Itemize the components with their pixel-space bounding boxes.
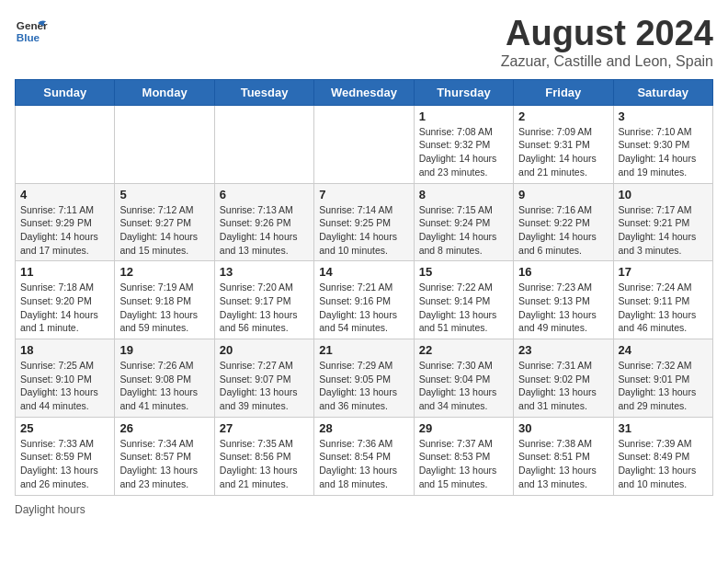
day-info: Sunrise: 7:08 AMSunset: 9:32 PMDaylight:… [419, 125, 508, 179]
calendar-cell: 18Sunrise: 7:25 AMSunset: 9:10 PMDayligh… [16, 339, 115, 418]
day-info: Sunrise: 7:35 AMSunset: 8:56 PMDaylight:… [220, 437, 309, 491]
day-info: Sunrise: 7:21 AMSunset: 9:16 PMDaylight:… [319, 281, 408, 335]
day-info: Sunrise: 7:09 AMSunset: 9:31 PMDaylight:… [518, 125, 608, 179]
day-info: Sunrise: 7:17 AMSunset: 9:21 PMDaylight:… [619, 203, 708, 258]
calendar-cell: 5Sunrise: 7:12 AMSunset: 9:27 PMDaylight… [115, 183, 214, 261]
calendar-cell: 7Sunrise: 7:14 AMSunset: 9:25 PMDaylight… [314, 183, 414, 261]
day-number: 20 [220, 343, 309, 357]
day-info: Sunrise: 7:23 AMSunset: 9:13 PMDaylight:… [518, 281, 608, 335]
day-header-tuesday: Tuesday [214, 79, 313, 105]
day-number: 30 [518, 421, 608, 435]
day-number: 26 [119, 421, 209, 435]
day-number: 29 [419, 421, 508, 435]
day-header-sunday: Sunday [16, 79, 115, 105]
day-number: 14 [319, 265, 408, 279]
page-header: General Blue August 2024 Zazuar, Castill… [15, 15, 713, 70]
calendar-cell: 10Sunrise: 7:17 AMSunset: 9:21 PMDayligh… [613, 183, 712, 261]
calendar-cell: 4Sunrise: 7:11 AMSunset: 9:29 PMDaylight… [16, 183, 115, 261]
day-number: 6 [220, 188, 309, 201]
day-number: 1 [419, 109, 508, 123]
page-subtitle: Zazuar, Castille and Leon, Spain [501, 53, 713, 70]
calendar-body: 1Sunrise: 7:08 AMSunset: 9:32 PMDaylight… [16, 105, 713, 495]
day-info: Sunrise: 7:12 AMSunset: 9:27 PMDaylight:… [119, 203, 209, 258]
day-info: Sunrise: 7:25 AMSunset: 9:10 PMDaylight:… [20, 359, 109, 413]
calendar-cell: 11Sunrise: 7:18 AMSunset: 9:20 PMDayligh… [16, 261, 115, 339]
calendar-cell: 12Sunrise: 7:19 AMSunset: 9:18 PMDayligh… [115, 261, 214, 339]
day-info: Sunrise: 7:11 AMSunset: 9:29 PMDaylight:… [20, 203, 109, 258]
calendar-week-2: 4Sunrise: 7:11 AMSunset: 9:29 PMDaylight… [16, 183, 713, 261]
day-info: Sunrise: 7:36 AMSunset: 8:54 PMDaylight:… [319, 437, 408, 491]
day-info: Sunrise: 7:38 AMSunset: 8:51 PMDaylight:… [518, 437, 608, 491]
day-number: 3 [619, 109, 708, 123]
calendar-cell: 29Sunrise: 7:37 AMSunset: 8:53 PMDayligh… [414, 417, 513, 495]
calendar-cell: 26Sunrise: 7:34 AMSunset: 8:57 PMDayligh… [115, 417, 214, 495]
day-number: 8 [419, 188, 508, 201]
day-info: Sunrise: 7:32 AMSunset: 9:01 PMDaylight:… [619, 359, 708, 413]
calendar-week-5: 25Sunrise: 7:33 AMSunset: 8:59 PMDayligh… [16, 417, 713, 495]
calendar-cell: 8Sunrise: 7:15 AMSunset: 9:24 PMDaylight… [414, 183, 513, 261]
calendar-cell: 20Sunrise: 7:27 AMSunset: 9:07 PMDayligh… [214, 339, 313, 418]
day-info: Sunrise: 7:14 AMSunset: 9:25 PMDaylight:… [319, 203, 408, 258]
calendar-cell: 28Sunrise: 7:36 AMSunset: 8:54 PMDayligh… [314, 417, 414, 495]
calendar-cell: 19Sunrise: 7:26 AMSunset: 9:08 PMDayligh… [115, 339, 214, 418]
calendar-cell: 2Sunrise: 7:09 AMSunset: 9:31 PMDaylight… [514, 105, 613, 183]
day-info: Sunrise: 7:34 AMSunset: 8:57 PMDaylight:… [119, 437, 209, 491]
calendar-week-4: 18Sunrise: 7:25 AMSunset: 9:10 PMDayligh… [16, 339, 713, 418]
calendar-cell: 14Sunrise: 7:21 AMSunset: 9:16 PMDayligh… [314, 261, 414, 339]
day-number: 4 [20, 188, 109, 201]
day-number: 19 [119, 343, 209, 357]
day-header-monday: Monday [115, 79, 214, 105]
day-info: Sunrise: 7:37 AMSunset: 8:53 PMDaylight:… [419, 437, 508, 491]
calendar-table: SundayMondayTuesdayWednesdayThursdayFrid… [15, 79, 713, 496]
calendar-cell: 6Sunrise: 7:13 AMSunset: 9:26 PMDaylight… [214, 183, 313, 261]
calendar-cell: 30Sunrise: 7:38 AMSunset: 8:51 PMDayligh… [514, 417, 613, 495]
calendar-week-1: 1Sunrise: 7:08 AMSunset: 9:32 PMDaylight… [16, 105, 713, 183]
calendar-cell: 31Sunrise: 7:39 AMSunset: 8:49 PMDayligh… [613, 417, 712, 495]
day-info: Sunrise: 7:10 AMSunset: 9:30 PMDaylight:… [619, 125, 708, 179]
calendar-cell: 16Sunrise: 7:23 AMSunset: 9:13 PMDayligh… [514, 261, 613, 339]
day-number: 5 [119, 188, 209, 201]
calendar-cell: 23Sunrise: 7:31 AMSunset: 9:02 PMDayligh… [514, 339, 613, 418]
calendar-week-3: 11Sunrise: 7:18 AMSunset: 9:20 PMDayligh… [16, 261, 713, 339]
calendar-cell: 13Sunrise: 7:20 AMSunset: 9:17 PMDayligh… [214, 261, 313, 339]
day-number: 2 [518, 109, 608, 123]
day-info: Sunrise: 7:31 AMSunset: 9:02 PMDaylight:… [518, 359, 608, 413]
day-number: 9 [518, 188, 608, 201]
calendar-cell: 24Sunrise: 7:32 AMSunset: 9:01 PMDayligh… [613, 339, 712, 418]
day-number: 15 [419, 265, 508, 279]
calendar-cell: 17Sunrise: 7:24 AMSunset: 9:11 PMDayligh… [613, 261, 712, 339]
calendar-header: SundayMondayTuesdayWednesdayThursdayFrid… [16, 79, 713, 105]
day-info: Sunrise: 7:24 AMSunset: 9:11 PMDaylight:… [619, 281, 708, 335]
calendar-cell: 25Sunrise: 7:33 AMSunset: 8:59 PMDayligh… [16, 417, 115, 495]
day-info: Sunrise: 7:27 AMSunset: 9:07 PMDaylight:… [220, 359, 309, 413]
day-number: 22 [419, 343, 508, 357]
calendar-cell: 15Sunrise: 7:22 AMSunset: 9:14 PMDayligh… [414, 261, 513, 339]
title-block: August 2024 Zazuar, Castille and Leon, S… [501, 15, 713, 70]
day-info: Sunrise: 7:13 AMSunset: 9:26 PMDaylight:… [220, 203, 309, 258]
logo: General Blue [15, 15, 48, 48]
day-number: 24 [619, 343, 708, 357]
day-header-wednesday: Wednesday [314, 79, 414, 105]
day-header-row: SundayMondayTuesdayWednesdayThursdayFrid… [16, 79, 713, 105]
day-info: Sunrise: 7:39 AMSunset: 8:49 PMDaylight:… [619, 437, 708, 491]
day-header-friday: Friday [514, 79, 613, 105]
day-info: Sunrise: 7:18 AMSunset: 9:20 PMDaylight:… [20, 281, 109, 335]
calendar-cell: 9Sunrise: 7:16 AMSunset: 9:22 PMDaylight… [514, 183, 613, 261]
day-info: Sunrise: 7:20 AMSunset: 9:17 PMDaylight:… [220, 281, 309, 335]
day-number: 28 [319, 421, 408, 435]
day-info: Sunrise: 7:33 AMSunset: 8:59 PMDaylight:… [20, 437, 109, 491]
day-number: 13 [220, 265, 309, 279]
day-header-thursday: Thursday [414, 79, 513, 105]
day-number: 10 [619, 188, 708, 201]
calendar-cell: 3Sunrise: 7:10 AMSunset: 9:30 PMDaylight… [613, 105, 712, 183]
day-number: 21 [319, 343, 408, 357]
day-number: 18 [20, 343, 109, 357]
day-number: 25 [20, 421, 109, 435]
footer: Daylight hours [15, 503, 713, 516]
day-info: Sunrise: 7:22 AMSunset: 9:14 PMDaylight:… [419, 281, 508, 335]
logo-icon: General Blue [15, 15, 48, 48]
calendar-cell [314, 105, 414, 183]
day-info: Sunrise: 7:19 AMSunset: 9:18 PMDaylight:… [119, 281, 209, 335]
daylight-label: Daylight hours [15, 503, 85, 516]
day-number: 16 [518, 265, 608, 279]
